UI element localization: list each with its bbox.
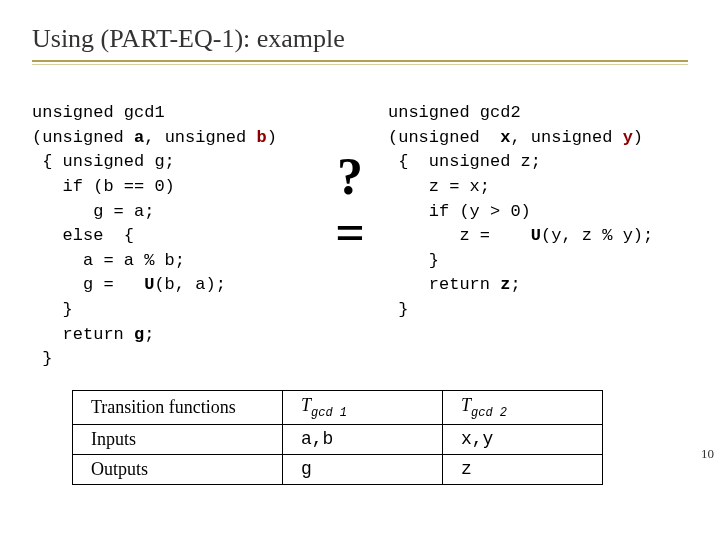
- line: a = a % b;: [32, 251, 185, 270]
- ret-z: z: [500, 275, 510, 294]
- line: if (b == 0): [32, 177, 175, 196]
- sub: gcd 1: [311, 406, 347, 420]
- line: (unsigned x, unsigned y): [388, 128, 643, 147]
- txt: g =: [32, 275, 144, 294]
- line: g = U(b, a);: [32, 275, 226, 294]
- txt: ): [267, 128, 277, 147]
- cell: Tgcd 2: [443, 391, 603, 425]
- txt: , unsigned: [510, 128, 622, 147]
- row-label: Inputs: [73, 424, 283, 454]
- table-row: Inputs a,b x,y: [73, 424, 603, 454]
- line: return g;: [32, 325, 154, 344]
- table-row: Transition functions Tgcd 1 Tgcd 2: [73, 391, 603, 425]
- txt: ;: [510, 275, 520, 294]
- param-y: y: [623, 128, 633, 147]
- line: }: [388, 251, 439, 270]
- txt: , unsigned: [144, 128, 256, 147]
- cell: g: [283, 454, 443, 484]
- code-comparison: unsigned gcd1 (unsigned a, unsigned b) {…: [32, 101, 688, 372]
- fn-u: U: [531, 226, 541, 245]
- line: unsigned gcd1: [32, 103, 165, 122]
- param-b: b: [256, 128, 266, 147]
- sym: T: [461, 395, 471, 415]
- txt: (unsigned: [388, 128, 500, 147]
- comparison-table: Transition functions Tgcd 1 Tgcd 2 Input…: [72, 390, 688, 485]
- line: return z;: [388, 275, 521, 294]
- fn-u: U: [144, 275, 154, 294]
- txt: (unsigned: [32, 128, 134, 147]
- line: }: [388, 300, 408, 319]
- cell: z: [443, 454, 603, 484]
- equals-sign: =: [335, 207, 365, 259]
- txt: ): [633, 128, 643, 147]
- page-title: Using (PART-EQ-1): example: [32, 24, 688, 60]
- param-a: a: [134, 128, 144, 147]
- page-number: 10: [701, 446, 714, 462]
- row-label: Outputs: [73, 454, 283, 484]
- txt: return: [32, 325, 134, 344]
- line: { unsigned z;: [388, 152, 541, 171]
- question-mark: ?: [337, 151, 363, 203]
- row-label: Transition functions: [73, 391, 283, 425]
- code-block-left: unsigned gcd1 (unsigned a, unsigned b) {…: [32, 101, 312, 372]
- table-row: Outputs g z: [73, 454, 603, 484]
- sub: gcd 2: [471, 406, 507, 420]
- txt: (b, a);: [154, 275, 225, 294]
- line: g = a;: [32, 202, 154, 221]
- code-block-right: unsigned gcd2 (unsigned x, unsigned y) {…: [388, 101, 698, 372]
- line: { unsigned g;: [32, 152, 175, 171]
- line: }: [32, 300, 73, 319]
- sym: T: [301, 395, 311, 415]
- line: if (y > 0): [388, 202, 531, 221]
- txt: return: [388, 275, 500, 294]
- param-x: x: [500, 128, 510, 147]
- line: (unsigned a, unsigned b): [32, 128, 277, 147]
- cell: a,b: [283, 424, 443, 454]
- txt: ;: [144, 325, 154, 344]
- line: }: [32, 349, 52, 368]
- title-rule-2: [32, 64, 688, 65]
- txt: z =: [388, 226, 531, 245]
- equivalence-symbol: ? =: [320, 101, 380, 372]
- line: unsigned gcd2: [388, 103, 521, 122]
- cell: Tgcd 1: [283, 391, 443, 425]
- cell: x,y: [443, 424, 603, 454]
- line: z = x;: [388, 177, 490, 196]
- title-rule: [32, 60, 688, 62]
- ret-g: g: [134, 325, 144, 344]
- line: else {: [32, 226, 134, 245]
- txt: (y, z % y);: [541, 226, 653, 245]
- line: z = U(y, z % y);: [388, 226, 653, 245]
